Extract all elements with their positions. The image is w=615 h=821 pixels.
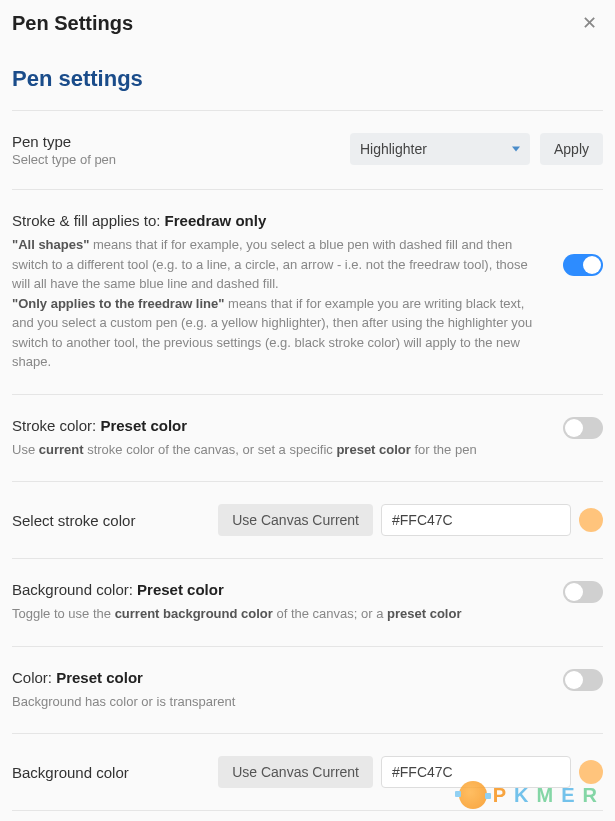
color-desc: Background has color or is transparent	[12, 692, 235, 712]
divider	[12, 558, 603, 559]
bg-color-desc: Toggle to use the current background col…	[12, 604, 461, 624]
bg-select-label: Background color	[12, 764, 129, 781]
apply-button[interactable]: Apply	[540, 133, 603, 165]
stroke-color-label: Stroke color: Preset color	[12, 417, 477, 434]
pen-type-select[interactable]: Highlighter	[350, 133, 530, 165]
divider	[12, 646, 603, 647]
divider	[12, 810, 603, 811]
stroke-color-toggle[interactable]	[563, 417, 603, 439]
divider	[12, 189, 603, 190]
bg-hex-input[interactable]	[381, 756, 571, 788]
select-stroke-label: Select stroke color	[12, 512, 135, 529]
use-canvas-stroke-button[interactable]: Use Canvas Current	[218, 504, 373, 536]
divider	[12, 110, 603, 111]
divider	[12, 394, 603, 395]
pen-type-label: Pen type	[12, 133, 116, 150]
stroke-fill-label: Stroke & fill applies to: Freedraw only	[12, 212, 541, 229]
close-icon[interactable]: ✕	[576, 10, 603, 36]
bg-color-label: Background color: Preset color	[12, 581, 461, 598]
stroke-hex-input[interactable]	[381, 504, 571, 536]
color-toggle[interactable]	[563, 669, 603, 691]
pen-type-sub: Select type of pen	[12, 152, 116, 167]
stroke-fill-toggle[interactable]	[563, 254, 603, 276]
dialog-title: Pen Settings	[12, 12, 133, 35]
use-canvas-bg-button[interactable]: Use Canvas Current	[218, 756, 373, 788]
divider	[12, 733, 603, 734]
bg-color-swatch[interactable]	[579, 760, 603, 784]
stroke-color-desc: Use current stroke color of the canvas, …	[12, 440, 477, 460]
stroke-fill-desc: "All shapes" means that if for example, …	[12, 235, 541, 372]
bg-color-toggle[interactable]	[563, 581, 603, 603]
divider	[12, 481, 603, 482]
section-heading: Pen settings	[12, 66, 603, 92]
color-label: Color: Preset color	[12, 669, 235, 686]
stroke-color-swatch[interactable]	[579, 508, 603, 532]
